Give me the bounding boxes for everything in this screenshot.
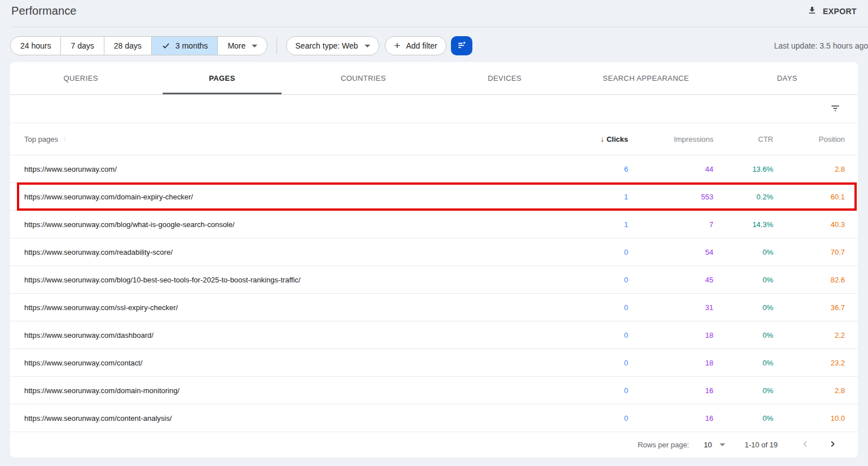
table-row[interactable]: https://www.seorunway.com/content-analys… bbox=[10, 404, 858, 432]
page-header: Performance EXPORT bbox=[0, 0, 868, 27]
previous-page-button[interactable] bbox=[799, 438, 812, 452]
top-pages-label: Top pages bbox=[24, 135, 58, 143]
tab-queries[interactable]: QUERIES bbox=[10, 62, 151, 94]
column-header-clicks[interactable]: ↓ Clicks bbox=[560, 134, 628, 143]
table-row-highlighted[interactable]: https://www.seorunway.com/domain-expiry-… bbox=[10, 183, 858, 211]
table-header-row: Top pages ↑ ↓ Clicks Impressions CTR Pos… bbox=[10, 123, 858, 155]
filter-tune-button[interactable] bbox=[451, 36, 472, 55]
filter-list-icon bbox=[830, 102, 841, 115]
table-row[interactable]: https://www.seorunway.com/readability-sc… bbox=[10, 238, 858, 266]
next-page-button[interactable] bbox=[826, 438, 839, 452]
add-filter-label: Add filter bbox=[406, 41, 437, 50]
page-url-cell[interactable]: https://www.seorunway.com/blog/10-best-s… bbox=[10, 276, 560, 284]
sort-descending-icon: ↓ bbox=[600, 134, 604, 143]
column-header-impressions[interactable]: Impressions bbox=[628, 135, 713, 143]
rows-per-page-label: Rows per page: bbox=[638, 441, 689, 449]
rows-per-page-select[interactable]: 10 bbox=[704, 441, 725, 449]
ctr-label: CTR bbox=[758, 135, 773, 143]
page-url-cell[interactable]: https://www.seorunway.com/domain-monitor… bbox=[10, 386, 560, 395]
tab-pages[interactable]: PAGES bbox=[151, 62, 292, 94]
page-url-cell[interactable]: https://www.seorunway.com/blog/what-is-g… bbox=[10, 220, 560, 229]
sort-ascending-icon: ↑ bbox=[63, 134, 67, 143]
clicks-cell: 0 bbox=[560, 303, 628, 312]
check-icon bbox=[161, 41, 170, 50]
table-filter-button[interactable] bbox=[830, 102, 841, 115]
chevron-down-icon bbox=[252, 45, 257, 47]
date-range-chip-3-months[interactable]: 3 months bbox=[151, 37, 218, 55]
clicks-cell: 0 bbox=[560, 359, 628, 367]
position-cell: 2.8 bbox=[773, 386, 845, 395]
impressions-cell: 31 bbox=[628, 303, 713, 312]
impressions-cell: 16 bbox=[628, 386, 713, 395]
table-row[interactable]: https://www.seorunway.com/ssl-expiry-che… bbox=[10, 294, 858, 321]
clicks-cell: 0 bbox=[560, 386, 628, 395]
report-card: QUERIESPAGESCOUNTRIESDEVICESSEARCH APPEA… bbox=[10, 62, 858, 458]
chip-label: 28 days bbox=[114, 41, 142, 50]
export-button[interactable]: EXPORT bbox=[807, 5, 857, 17]
tune-sparkle-icon bbox=[456, 40, 467, 53]
ctr-cell: 0.2% bbox=[713, 193, 773, 201]
impressions-cell: 553 bbox=[628, 193, 713, 201]
page-url-cell[interactable]: https://www.seorunway.com/contact/ bbox=[10, 359, 560, 367]
search-type-chip[interactable]: Search type: Web bbox=[286, 36, 379, 55]
chevron-down-icon bbox=[720, 443, 725, 446]
position-cell: 60.1 bbox=[773, 193, 845, 201]
ctr-cell: 14.3% bbox=[713, 220, 773, 229]
page-url-cell[interactable]: https://www.seorunway.com/ssl-expiry-che… bbox=[10, 303, 560, 312]
chevron-right-icon bbox=[827, 439, 838, 451]
search-type-label: Search type: Web bbox=[295, 41, 358, 50]
date-range-chip-7-days[interactable]: 7 days bbox=[60, 37, 103, 55]
page-url-cell[interactable]: https://www.seorunway.com/content-analys… bbox=[10, 414, 560, 423]
tab-days[interactable]: DAYS bbox=[717, 62, 858, 94]
date-range-chip-28-days[interactable]: 28 days bbox=[104, 37, 151, 55]
more-label: More bbox=[227, 41, 246, 50]
ctr-cell: 0% bbox=[713, 386, 773, 395]
position-cell: 23.2 bbox=[773, 359, 845, 367]
ctr-cell: 0% bbox=[713, 414, 773, 423]
table-row[interactable]: https://www.seorunway.com/ 6 44 13.6% 2.… bbox=[10, 155, 858, 183]
impressions-cell: 16 bbox=[628, 414, 713, 423]
table-footer: Rows per page: 10 1-10 of 19 bbox=[10, 432, 858, 457]
position-label: Position bbox=[819, 135, 845, 143]
table-row[interactable]: https://www.seorunway.com/blog/what-is-g… bbox=[10, 211, 858, 238]
export-label: EXPORT bbox=[823, 7, 857, 16]
tab-devices[interactable]: DEVICES bbox=[434, 62, 575, 94]
column-header-ctr[interactable]: CTR bbox=[713, 135, 773, 143]
more-chip[interactable]: More bbox=[217, 37, 267, 55]
page-url-cell[interactable]: https://www.seorunway.com/dashboard/ bbox=[10, 331, 560, 339]
position-cell: 2.2 bbox=[773, 331, 845, 339]
impressions-cell: 7 bbox=[628, 220, 713, 229]
clicks-cell: 0 bbox=[560, 414, 628, 423]
ctr-cell: 0% bbox=[713, 331, 773, 339]
table-body: https://www.seorunway.com/ 6 44 13.6% 2.… bbox=[10, 155, 858, 432]
tab-countries[interactable]: COUNTRIES bbox=[293, 62, 434, 94]
table-row[interactable]: https://www.seorunway.com/domain-monitor… bbox=[10, 377, 858, 404]
impressions-cell: 18 bbox=[628, 331, 713, 339]
clicks-cell: 0 bbox=[560, 276, 628, 284]
toolbar-divider bbox=[277, 37, 277, 54]
date-range-chip-group: 24 hours 7 days 28 days 3 months More bbox=[10, 36, 268, 55]
page-url-cell[interactable]: https://www.seorunway.com/ bbox=[10, 165, 560, 173]
position-cell: 10.0 bbox=[773, 414, 845, 423]
column-header-top-pages[interactable]: Top pages ↑ bbox=[10, 134, 560, 143]
date-range-chip-24-hours[interactable]: 24 hours bbox=[11, 37, 60, 55]
tab-search-appearance[interactable]: SEARCH APPEARANCE bbox=[575, 62, 716, 94]
page-url-cell[interactable]: https://www.seorunway.com/domain-expiry-… bbox=[10, 193, 560, 201]
tab-label: SEARCH APPEARANCE bbox=[603, 74, 689, 82]
impressions-cell: 18 bbox=[628, 359, 713, 367]
chip-label: 7 days bbox=[71, 41, 94, 50]
impressions-cell: 54 bbox=[628, 248, 713, 256]
tab-label: DAYS bbox=[777, 74, 797, 82]
clicks-cell: 0 bbox=[560, 248, 628, 256]
column-header-position[interactable]: Position bbox=[773, 135, 845, 143]
table-row[interactable]: https://www.seorunway.com/blog/10-best-s… bbox=[10, 266, 858, 294]
last-update-text: Last update: 3.5 hours ago bbox=[774, 41, 868, 50]
add-filter-chip[interactable]: + Add filter bbox=[385, 36, 446, 55]
table-row[interactable]: https://www.seorunway.com/contact/ 0 18 … bbox=[10, 349, 858, 377]
clicks-label: Clicks bbox=[607, 135, 628, 143]
chevron-down-icon bbox=[365, 45, 370, 47]
performance-page: Performance EXPORT 24 hours 7 days 28 da… bbox=[0, 0, 868, 466]
table-row[interactable]: https://www.seorunway.com/dashboard/ 0 1… bbox=[10, 321, 858, 349]
tab-label: DEVICES bbox=[488, 74, 521, 82]
page-url-cell[interactable]: https://www.seorunway.com/readability-sc… bbox=[10, 248, 560, 256]
